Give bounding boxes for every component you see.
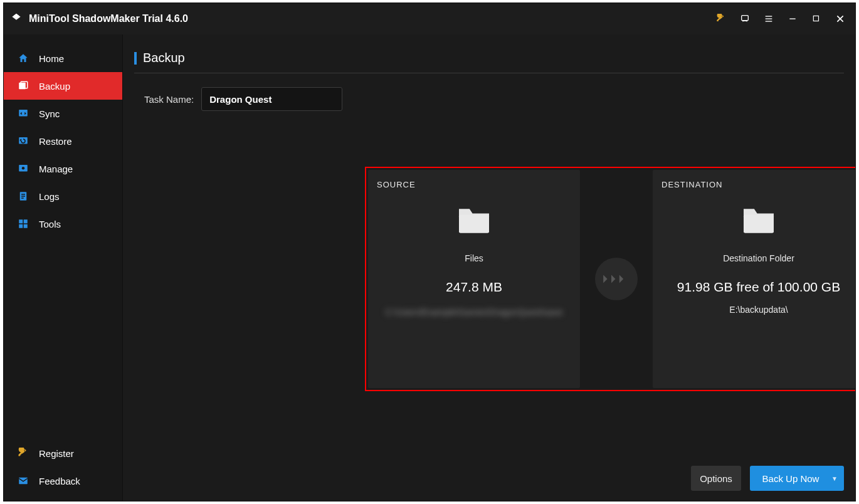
sidebar-item-backup[interactable]: Backup (4, 72, 122, 100)
sidebar-item-logs[interactable]: Logs (4, 182, 122, 210)
task-name-label: Task Name: (144, 94, 194, 105)
tools-icon (18, 218, 29, 229)
svg-rect-23 (459, 215, 489, 233)
svg-rect-15 (21, 194, 25, 195)
svg-rect-16 (21, 196, 25, 197)
sidebar-item-label: Register (39, 448, 74, 459)
maximize-button[interactable] (806, 9, 826, 29)
chevron-down-icon: ▼ (831, 475, 838, 482)
options-button[interactable]: Options (691, 466, 741, 491)
folder-icon (738, 204, 779, 234)
minimize-button[interactable] (783, 9, 803, 29)
menu-icon[interactable] (759, 9, 779, 29)
sync-icon (18, 108, 29, 119)
svg-rect-24 (744, 215, 774, 233)
svg-point-13 (22, 167, 25, 170)
sidebar-item-label: Sync (39, 108, 60, 119)
svg-rect-21 (24, 224, 28, 228)
chevron-right-icon (595, 258, 638, 300)
app-body: Home Backup Sync (4, 34, 855, 501)
sidebar-item-tools[interactable]: Tools (4, 210, 122, 238)
page-header: Backup (134, 51, 844, 73)
home-icon (18, 53, 29, 64)
close-button[interactable] (830, 9, 850, 29)
manage-icon (18, 163, 29, 174)
source-destination-panel: SOURCE Files 247.8 MB C:\Users\Example\G… (368, 170, 855, 388)
sidebar-item-label: Tools (39, 219, 61, 229)
sidebar-item-label: Manage (39, 164, 73, 174)
sidebar-item-label: Feedback (39, 476, 80, 486)
sidebar-bottom: Register Feedback (4, 439, 122, 501)
destination-label: Destination Folder (723, 253, 794, 263)
logs-icon (18, 191, 29, 202)
key-icon (18, 448, 29, 459)
license-key-icon[interactable] (711, 9, 731, 29)
svg-rect-10 (19, 110, 28, 117)
svg-rect-5 (813, 16, 818, 21)
svg-rect-17 (21, 197, 24, 199)
backup-now-label: Back Up Now (762, 473, 819, 484)
svg-rect-3 (766, 21, 772, 21)
backup-icon (18, 80, 29, 92)
svg-rect-1 (766, 16, 772, 16)
destination-title: DESTINATION (661, 180, 722, 189)
destination-path: E:\backupdata\ (729, 305, 788, 315)
sidebar: Home Backup Sync (4, 34, 123, 501)
titlebar: MiniTool ShadowMaker Trial 4.6.0 (4, 3, 855, 34)
page-title: Backup (143, 51, 185, 65)
app-title: MiniTool ShadowMaker Trial 4.6.0 (29, 13, 188, 24)
svg-rect-19 (24, 219, 28, 223)
sidebar-item-restore[interactable]: Restore (4, 127, 122, 155)
footer-actions: Options Back Up Now ▼ (691, 466, 844, 491)
sidebar-item-label: Backup (39, 81, 70, 92)
destination-card[interactable]: DESTINATION Destination Folder 91.98 GB … (653, 170, 855, 388)
svg-rect-2 (766, 18, 772, 19)
svg-rect-0 (742, 16, 749, 21)
restore-icon (18, 135, 29, 147)
task-name-input[interactable] (201, 87, 342, 111)
source-size: 247.8 MB (446, 280, 502, 295)
app-window: MiniTool ShadowMaker Trial 4.6.0 (3, 3, 856, 501)
window-controls (711, 9, 850, 29)
svg-rect-4 (789, 18, 795, 19)
nav-list: Home Backup Sync (4, 45, 122, 439)
source-path-blurred: C:\Users\Example\Games\DragonQuest\save (380, 307, 568, 317)
media-icon[interactable] (735, 9, 755, 29)
sidebar-item-label: Logs (39, 191, 60, 202)
sidebar-item-sync[interactable]: Sync (4, 100, 122, 127)
task-name-row: Task Name: (144, 87, 844, 111)
accent-bar (134, 52, 137, 65)
mail-icon (18, 475, 29, 486)
options-button-label: Options (700, 473, 732, 484)
transfer-arrow (580, 170, 653, 388)
sidebar-item-label: Restore (39, 136, 72, 147)
destination-free: 91.98 GB free of 100.00 GB (677, 280, 840, 295)
svg-rect-18 (19, 219, 23, 223)
folder-icon (453, 204, 495, 234)
sidebar-item-manage[interactable]: Manage (4, 155, 122, 182)
source-label: Files (465, 253, 483, 263)
app-logo-icon (10, 13, 23, 25)
sidebar-feedback[interactable]: Feedback (4, 467, 122, 495)
backup-now-button[interactable]: Back Up Now ▼ (750, 466, 844, 491)
source-title: SOURCE (377, 180, 416, 189)
source-card[interactable]: SOURCE Files 247.8 MB C:\Users\Example\G… (368, 170, 580, 388)
svg-rect-20 (19, 224, 23, 228)
sidebar-register[interactable]: Register (4, 439, 122, 467)
sidebar-item-label: Home (39, 53, 64, 64)
sidebar-item-home[interactable]: Home (4, 45, 122, 72)
content-area: Backup Task Name: SOURCE Files 247.8 MB … (123, 34, 855, 501)
